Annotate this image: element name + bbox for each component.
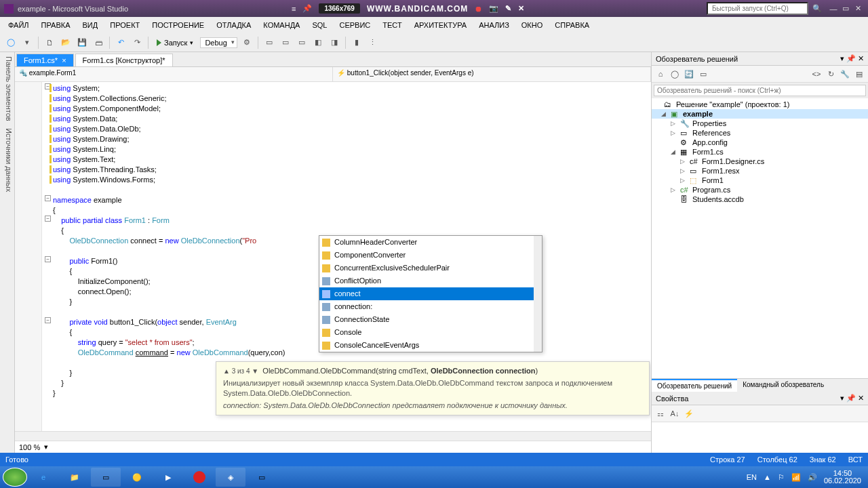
taskbar-app2[interactable]: ▶ bbox=[153, 468, 183, 487]
panel-menu-icon[interactable]: ▾ bbox=[840, 54, 844, 62]
menu-debug[interactable]: ОТЛАДКА bbox=[211, 19, 256, 31]
prop-events-icon[interactable]: ⚡ bbox=[683, 407, 695, 420]
program-node[interactable]: ▷c#Program.cs bbox=[652, 185, 868, 195]
solution-node[interactable]: 🗂Решение "example" (проектов: 1) bbox=[652, 100, 868, 109]
intellisense-item[interactable]: connection: bbox=[319, 300, 542, 313]
menu-file[interactable]: ФАЙЛ bbox=[3, 19, 35, 31]
fold-icon[interactable]: − bbox=[45, 195, 51, 201]
redo-button[interactable]: ↷ bbox=[130, 36, 144, 49]
menu-arch[interactable]: АРХИТЕКТУРА bbox=[409, 19, 473, 31]
se-showall-icon[interactable]: <> bbox=[810, 68, 823, 80]
panel-close-icon[interactable]: ✕ bbox=[858, 394, 864, 402]
intellisense-item-selected[interactable]: connect bbox=[319, 287, 542, 300]
taskbar-app3[interactable]: ▭ bbox=[247, 468, 277, 487]
tray-network-icon[interactable]: 📶 bbox=[791, 473, 801, 482]
form1cs-node[interactable]: ◢▦Form1.cs bbox=[652, 147, 868, 157]
intellisense-item[interactable]: ColumnHeaderConverter bbox=[319, 236, 542, 249]
overload-nav[interactable]: ▲ 3 из 4 ▼ bbox=[223, 367, 258, 375]
appconfig-node[interactable]: ⚙App.config bbox=[652, 138, 868, 147]
minimize-button[interactable]: — bbox=[827, 5, 840, 13]
menu-help[interactable]: СПРАВКА bbox=[549, 19, 595, 31]
tab-form1-designer[interactable]: Form1.cs [Конструктор]* bbox=[75, 54, 173, 66]
menu-window[interactable]: ОКНО bbox=[516, 19, 548, 31]
menu-view[interactable]: ВИД bbox=[77, 19, 104, 31]
taskbar-ie[interactable]: e bbox=[28, 468, 58, 487]
se-tool-icon[interactable]: ▭ bbox=[697, 68, 709, 80]
panel-menu-icon[interactable]: ▾ bbox=[840, 394, 844, 402]
tool-7[interactable]: ▮ bbox=[350, 36, 363, 49]
tray-date[interactable]: 06.02.2020 bbox=[824, 477, 861, 485]
tab-team-explorer[interactable]: Командный обозреватель bbox=[737, 379, 829, 392]
horizontal-scrollbar[interactable] bbox=[15, 431, 651, 441]
tool-5[interactable]: ◧ bbox=[311, 36, 325, 49]
tool-2[interactable]: ▭ bbox=[262, 36, 276, 49]
pin-icon[interactable]: 📌 bbox=[846, 54, 856, 62]
tool-3[interactable]: ▭ bbox=[279, 36, 292, 49]
se-home-icon[interactable]: ⌂ bbox=[654, 68, 667, 80]
taskbar-app1[interactable]: ▭ bbox=[91, 468, 121, 487]
tray-action-icon[interactable]: ⚐ bbox=[778, 473, 785, 482]
tab-close-icon[interactable]: × bbox=[62, 56, 66, 64]
pin-icon[interactable]: 📌 bbox=[302, 4, 312, 13]
form-class-node[interactable]: ▷⬚Form1 bbox=[652, 176, 868, 185]
search-icon[interactable]: 🔍 bbox=[812, 4, 822, 13]
references-node[interactable]: ▷▭References bbox=[652, 128, 868, 138]
menu-build[interactable]: ПОСТРОЕНИЕ bbox=[146, 19, 210, 31]
taskbar-chrome[interactable]: 🟡 bbox=[122, 468, 152, 487]
camera-icon[interactable]: 📷 bbox=[489, 4, 498, 13]
fold-icon[interactable]: − bbox=[45, 256, 51, 262]
prop-cat-icon[interactable]: ⚏ bbox=[654, 407, 667, 420]
open-button[interactable]: 📂 bbox=[59, 36, 73, 49]
menu-team[interactable]: КОМАНДА bbox=[258, 19, 305, 31]
save-all-button[interactable]: 🗃 bbox=[92, 36, 105, 49]
tool-6[interactable]: ◨ bbox=[328, 36, 341, 49]
start-button[interactable] bbox=[3, 468, 27, 487]
new-project-button[interactable]: 🗋 bbox=[43, 36, 56, 49]
tool-4[interactable]: ▭ bbox=[295, 36, 309, 49]
db-node[interactable]: 🗄Students.accdb bbox=[652, 195, 868, 204]
taskbar-explorer[interactable]: 📁 bbox=[60, 468, 90, 487]
se-back-icon[interactable]: ◯ bbox=[669, 68, 681, 80]
fold-icon[interactable]: − bbox=[45, 216, 51, 222]
se-wrench-icon[interactable]: 🔧 bbox=[839, 68, 851, 80]
overlay-close-icon[interactable]: ✕ bbox=[518, 4, 524, 13]
tool-1[interactable]: ⚙ bbox=[240, 36, 254, 49]
maximize-button[interactable]: ▭ bbox=[840, 4, 852, 13]
rec-icon[interactable]: ⏺ bbox=[475, 5, 482, 13]
nav-fwd-button[interactable]: ▾ bbox=[20, 36, 34, 49]
menu-service[interactable]: СЕРВИС bbox=[334, 19, 376, 31]
code-editor[interactable]: − − − − − using System; using System.Col… bbox=[15, 82, 651, 431]
taskbar-vs[interactable]: ◈ bbox=[216, 468, 245, 487]
se-props-icon[interactable]: ▤ bbox=[853, 68, 865, 80]
menu-edit[interactable]: ПРАВКА bbox=[36, 19, 76, 31]
nav-back-button[interactable]: ◯ bbox=[4, 36, 18, 49]
menu-test[interactable]: ТЕСТ bbox=[377, 19, 407, 31]
fold-icon[interactable]: − bbox=[45, 317, 51, 323]
intellisense-item[interactable]: ConsoleCancelEventArgs bbox=[319, 339, 542, 352]
tab-solution-explorer[interactable]: Обозреватель решений bbox=[652, 379, 737, 392]
properties-node[interactable]: ▷🔧Properties bbox=[652, 119, 868, 128]
save-button[interactable]: 💾 bbox=[75, 36, 89, 49]
prop-az-icon[interactable]: A↓ bbox=[669, 407, 681, 420]
tool-8[interactable]: ⋮ bbox=[366, 36, 380, 49]
hamburger-icon[interactable]: ≡ bbox=[292, 5, 296, 13]
quick-launch-input[interactable] bbox=[707, 2, 808, 15]
designer-node[interactable]: ▷c#Form1.Designer.cs bbox=[652, 157, 868, 166]
menu-project[interactable]: ПРОЕКТ bbox=[104, 19, 145, 31]
intellisense-item[interactable]: Console bbox=[319, 326, 542, 339]
close-button[interactable]: ✕ bbox=[852, 4, 864, 13]
intellisense-scrollbar[interactable] bbox=[534, 236, 542, 352]
config-combo[interactable]: Debug bbox=[200, 37, 237, 48]
menu-sql[interactable]: SQL bbox=[307, 19, 332, 31]
taskbar-record[interactable] bbox=[184, 468, 214, 487]
se-sync-icon[interactable]: 🔄 bbox=[683, 68, 695, 80]
intellisense-item[interactable]: ConnectionState bbox=[319, 313, 542, 326]
resx-node[interactable]: ▷▭Form1.resx bbox=[652, 166, 868, 176]
menu-analyze[interactable]: АНАЛИЗ bbox=[473, 19, 515, 31]
solution-search-input[interactable] bbox=[654, 85, 866, 96]
intellisense-item[interactable]: ConflictOption bbox=[319, 274, 542, 287]
project-node[interactable]: ◢▣example bbox=[652, 109, 868, 119]
tab-form1-cs[interactable]: Form1.cs*× bbox=[16, 54, 74, 66]
run-button[interactable]: Запуск▾ bbox=[153, 37, 197, 48]
data-sources-tab[interactable]: Источники данных bbox=[1, 128, 13, 192]
